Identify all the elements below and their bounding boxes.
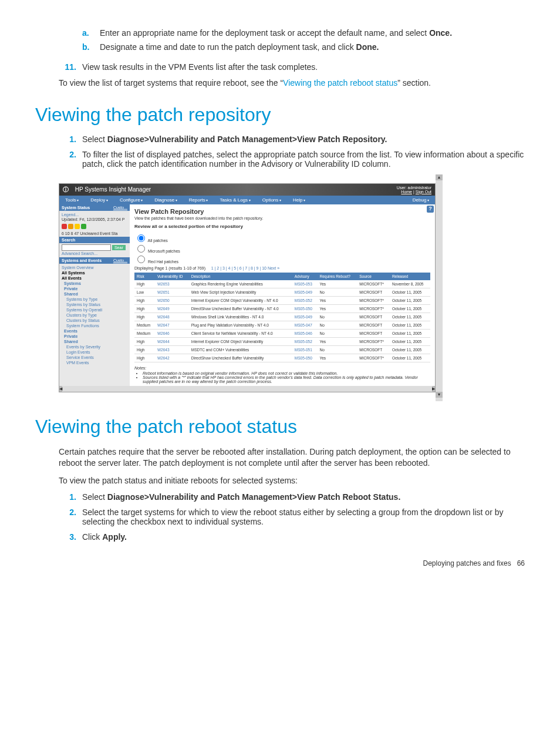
menu-tasks[interactable]: Tasks & Logs: [214, 196, 256, 204]
cell-advisory-link[interactable]: MS05-047: [292, 321, 318, 329]
sec2-step3-body: Click Apply.: [82, 532, 525, 542]
tree-systems[interactable]: Systems: [62, 281, 127, 286]
col-reboot[interactable]: Requires Reboot?: [317, 273, 357, 280]
home-link[interactable]: Home: [401, 190, 412, 194]
radio-microsoft-patches[interactable]: [137, 245, 145, 253]
menubar: Tools Deploy Configure Diagnose Reports …: [59, 196, 435, 204]
sec2-step2-num: 2.: [59, 508, 82, 526]
cell-reboot: Yes: [317, 304, 357, 312]
table-row: MediumW2646Client Service for NetWare Vu…: [134, 329, 430, 337]
cell-source: MICROSOFT: [357, 321, 390, 329]
cell-advisory-link[interactable]: MS05-049: [292, 288, 318, 296]
minor-icon: [75, 224, 80, 229]
search-button[interactable]: Sear: [112, 245, 126, 250]
scroll-left-icon[interactable]: ◀: [59, 386, 62, 392]
tree-systems-by-type[interactable]: Systems by Type: [62, 297, 127, 302]
help-icon[interactable]: ?: [427, 206, 434, 213]
col-risk[interactable]: Risk: [134, 273, 155, 280]
cell-vulnid-link[interactable]: W2642: [155, 354, 189, 362]
sec2-step3-text: Click: [82, 532, 102, 542]
cell-released: October 11, 2005: [390, 304, 430, 312]
tree-shared2[interactable]: Shared: [62, 339, 127, 344]
scroll-right-icon[interactable]: ▶: [432, 386, 435, 392]
page-subtitle: View the patches that have been download…: [134, 216, 430, 220]
cell-vulnid-link[interactable]: W2647: [155, 321, 189, 329]
menu-diagnose[interactable]: Diagnose: [149, 196, 183, 204]
cell-advisory-link[interactable]: MS05-046: [292, 329, 318, 337]
tree-clusters-by-type[interactable]: Clusters by Type: [62, 312, 127, 318]
cell-vulnid-link[interactable]: W2651: [155, 288, 189, 296]
reboot-status-link[interactable]: Viewing the patch reboot status: [283, 78, 397, 88]
tree-login-events[interactable]: Login Events: [62, 350, 127, 355]
advanced-search-link[interactable]: Advanced Search...: [62, 251, 127, 256]
sec2-step1-num: 1.: [59, 492, 82, 502]
window-title: HP Systems Insight Manager: [75, 186, 151, 193]
cell-advisory-link[interactable]: MS05-050: [292, 354, 318, 362]
col-released[interactable]: Released: [390, 273, 430, 280]
cell-advisory-link[interactable]: MS05-050: [292, 304, 318, 312]
cell-advisory-link[interactable]: MS05-051: [292, 345, 318, 354]
tree-system-functions[interactable]: System Functions: [62, 323, 127, 328]
col-desc[interactable]: Description: [189, 273, 292, 280]
tree-private2[interactable]: Private: [62, 334, 127, 339]
col-source[interactable]: Source: [357, 273, 390, 280]
cell-vulnid-link[interactable]: W2646: [155, 329, 189, 337]
all-systems-link[interactable]: All Systems: [62, 270, 127, 275]
cell-advisory-link[interactable]: MS05-052: [292, 337, 318, 345]
cell-vulnid-link[interactable]: W2644: [155, 337, 189, 345]
tree-events-by-severity[interactable]: Events by Severity: [62, 344, 127, 350]
cell-vulnid-link[interactable]: W2649: [155, 304, 189, 312]
scroll-up-icon[interactable]: ▲: [436, 174, 443, 180]
cell-desc: Internet Explorer COM Object Vulnerabili…: [189, 296, 292, 304]
scroll-down-icon[interactable]: ▼: [436, 392, 443, 398]
menu-tools[interactable]: Tools: [59, 196, 85, 204]
menu-configure[interactable]: Configure: [114, 196, 149, 204]
tree-events[interactable]: Events: [62, 328, 127, 334]
cell-risk: Medium: [134, 321, 155, 329]
cell-vulnid-link[interactable]: W2643: [155, 345, 189, 354]
system-overview-link[interactable]: System Overview: [62, 265, 127, 270]
tree-service-events[interactable]: Service Events: [62, 355, 127, 360]
sub-b-label: b.: [82, 42, 100, 52]
legend-link[interactable]: Legend...: [62, 212, 127, 217]
cell-vulnid-link[interactable]: W2648: [155, 312, 189, 321]
cell-released: October 11, 2005: [390, 337, 430, 345]
cell-risk: Low: [134, 288, 155, 296]
tree-systems-by-status[interactable]: Systems by Status: [62, 302, 127, 307]
cell-desc: DirectShow Unchecked Buffer Vulnerabilit…: [189, 354, 292, 362]
all-events-link[interactable]: All Events: [62, 275, 127, 281]
cell-vulnid-link[interactable]: W2650: [155, 296, 189, 304]
tree-vpm-events[interactable]: VPM Events: [62, 360, 127, 365]
radio-redhat-patches[interactable]: [137, 256, 145, 263]
cell-released: November 8, 2005: [390, 280, 430, 288]
menu-deploy[interactable]: Deploy: [85, 196, 114, 204]
reboot-note-pre: To view the list of target systems that …: [59, 78, 283, 88]
cell-advisory-link[interactable]: MS05-049: [292, 312, 318, 321]
menu-options[interactable]: Options: [257, 196, 287, 204]
tree-private[interactable]: Private: [62, 286, 127, 291]
menu-help[interactable]: Help: [287, 196, 311, 204]
sidebar-customize2-link[interactable]: Custo...: [113, 258, 127, 263]
radio-rh-label: Red Hat patches: [148, 260, 178, 264]
tree-clusters-by-status[interactable]: Clusters by Status: [62, 318, 127, 323]
sidebar-customize-link[interactable]: Custo...: [113, 206, 127, 210]
tree-shared[interactable]: Shared: [62, 291, 127, 297]
radio-all-patches[interactable]: [137, 234, 145, 242]
cell-advisory-link[interactable]: MS05-052: [292, 296, 318, 304]
sec1-steps: 1. Select Diagnose>Vulnerability and Pat…: [59, 135, 525, 169]
col-vulnid[interactable]: Vulnerability ID: [155, 273, 189, 280]
search-input[interactable]: [62, 244, 111, 251]
menu-debug[interactable]: Debug: [407, 196, 435, 204]
cell-advisory-link[interactable]: MS05-053: [292, 280, 318, 288]
cell-source: MICROSOFT: [357, 329, 390, 337]
signout-link[interactable]: Sign Out: [416, 190, 431, 194]
sub-a-label: a.: [82, 28, 100, 38]
cell-vulnid-link[interactable]: W2653: [155, 280, 189, 288]
tree-systems-by-os[interactable]: Systems by Operati: [62, 307, 127, 312]
menu-reports[interactable]: Reports: [183, 196, 214, 204]
pager-links[interactable]: 1 | 2 | 3 | 4 | 5 | 6 | 7 | 8 | 9 | 10 N…: [211, 266, 279, 270]
col-advisory[interactable]: Advisory: [292, 273, 318, 280]
footer-page: 66: [517, 559, 525, 567]
vertical-scrollbar[interactable]: ▲ ▼: [436, 174, 443, 401]
radio-ms-label: Microsoft patches: [148, 249, 180, 253]
